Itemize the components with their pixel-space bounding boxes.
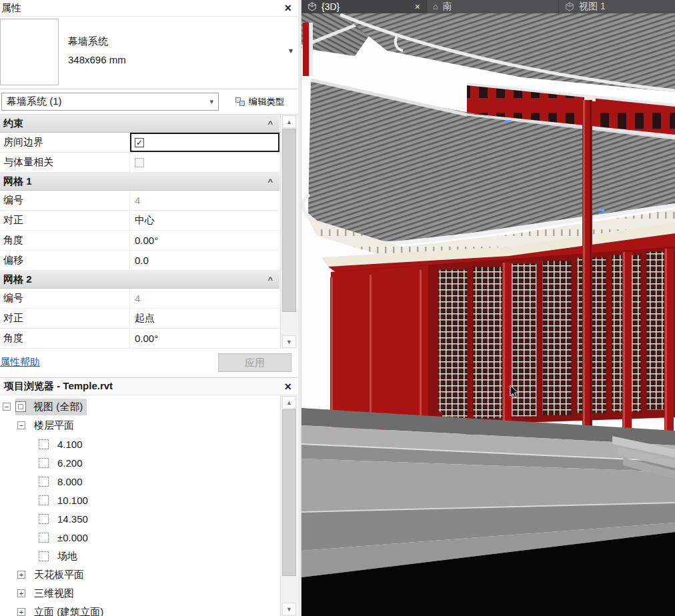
prop-value[interactable]: 0.00° [130,329,279,348]
prop-row-justify2[interactable]: 对正 起点 [0,309,279,329]
element-type-combobox[interactable]: 幕墙系统 (1) ▾ [1,93,219,111]
tree-label[interactable]: 楼层平面 [30,417,78,434]
group-label: 约束 [3,117,23,130]
prop-row-angle1[interactable]: 角度 0.00° [0,231,279,251]
prop-row-number1[interactable]: 编号 4 [0,191,279,211]
edit-type-button[interactable]: 编辑类型 [223,92,297,111]
property-grid: 约束 ^ 房间边界 ✓ 与体量相关 网格 1 ^ 编号 [0,115,279,349]
viewport-canvas[interactable] [301,13,675,616]
chevron-down-icon: ▾ [209,97,213,106]
prop-value-cell[interactable]: ✓ [130,133,279,152]
prop-row-offset1[interactable]: 偏移 0.0 [0,251,279,271]
scroll-up-icon[interactable]: ▲ [282,115,296,128]
collapse-minus-icon[interactable]: − [3,403,11,411]
lattice-windows [438,251,673,420]
tree-label[interactable]: 视图 (全部) [29,399,87,415]
tab-label: 视图 1 [579,1,606,13]
corner-wall [331,265,428,433]
tree-label[interactable]: 天花板平面 [30,567,88,583]
scrollbar-thumb[interactable] [282,409,296,576]
tree-item-floor-plans[interactable]: − 楼层平面 [0,416,298,435]
collapse-icon[interactable]: ^ [267,177,273,187]
tab-label: 南 [443,1,452,13]
expand-plus-icon[interactable]: + [17,571,25,579]
prop-row-room-bounding[interactable]: 房间边界 ✓ [0,133,279,153]
tree-item-level[interactable]: 10.100 [0,491,298,509]
checkbox-checked[interactable]: ✓ [135,138,144,147]
tree-label[interactable]: ±0.000 [53,530,92,545]
properties-footer: 属性帮助 应用 [0,349,298,378]
apply-button[interactable]: 应用 [218,353,291,372]
floor-plan-icon [39,495,49,505]
group-grid2[interactable]: 网格 2 ^ [0,271,279,289]
tree-item-3d-views[interactable]: + 三维视图 [0,584,298,603]
prop-value-cell[interactable] [130,153,279,172]
scroll-down-icon[interactable]: ▼ [282,603,296,615]
tree-item-ceiling-plans[interactable]: + 天花板平面 [0,565,298,584]
tab-south-elevation[interactable]: ⌂ 南 [427,0,559,13]
tab-label: {3D} [321,1,340,12]
project-browser-title: 项目浏览器 - Temple.rvt [4,380,113,393]
cube-icon [565,2,574,11]
collapse-icon[interactable]: ^ [267,275,273,285]
tree-label[interactable]: 14.350 [53,511,92,527]
revit-window: 属性 × 幕墙系统 348x696 mm ▾ 幕墙系统 (1) ▾ 编辑类型 约… [0,0,675,616]
chevron-down-icon[interactable]: ▾ [289,46,293,55]
floor-plan-icon [39,458,49,468]
prop-label: 与体量相关 [0,153,130,172]
tree-item-elevations[interactable]: + 立面 (建筑立面) [0,603,298,616]
tree-label[interactable]: 10.100 [53,493,92,508]
prop-label: 编号 [0,191,130,210]
prop-value[interactable]: 中心 [130,211,279,230]
scrollbar-thumb[interactable] [282,129,296,312]
tree-label[interactable]: 8.000 [53,474,87,489]
browser-scrollbar[interactable]: ▲ ▼ [280,395,297,616]
close-icon[interactable]: × [284,381,291,393]
prop-row-justify1[interactable]: 对正 中心 [0,211,279,231]
tree-item-level[interactable]: 8.000 [0,472,298,491]
properties-help-link[interactable]: 属性帮助 [0,356,40,369]
combo-value: 幕墙系统 (1) [7,95,62,108]
group-constraints[interactable]: 约束 ^ [0,115,279,133]
selector-row: 幕墙系统 (1) ▾ 编辑类型 [0,89,298,115]
expand-plus-icon[interactable]: + [17,608,25,616]
properties-scrollbar[interactable]: ▲ ▼ [280,115,297,349]
prop-row-mass-related[interactable]: 与体量相关 [0,153,279,173]
scroll-down-icon[interactable]: ▼ [282,335,296,348]
floor-plan-icon [39,533,49,543]
prop-value[interactable]: 0.00° [130,231,279,250]
tab-3d-view[interactable]: {3D} × [301,0,427,13]
group-grid1[interactable]: 网格 1 ^ [0,173,279,191]
properties-title: 属性 [1,2,21,15]
tree-item-level[interactable]: 6.200 [0,453,298,472]
collapse-minus-icon[interactable]: − [17,421,25,429]
snap-mark [506,120,511,122]
tree-item-level[interactable]: 14.350 [0,509,298,528]
tree-item-views-all[interactable]: − 视图 (全部) [0,397,298,416]
tree-item-level[interactable]: 4.100 [0,435,298,453]
floor-plan-icon [39,477,49,487]
tab-view-1[interactable]: 视图 1 [559,0,675,13]
prop-row-number2[interactable]: 编号 4 [0,289,279,309]
close-icon[interactable]: × [415,1,420,12]
tree-item-level[interactable]: 场地 [0,547,298,565]
tree-label[interactable]: 立面 (建筑立面) [30,604,107,616]
project-browser-tree: − 视图 (全部) − 楼层平面 4.100 6.200 8.000 [0,395,298,616]
prop-label: 角度 [0,329,130,348]
checkbox-unchecked[interactable] [135,158,144,167]
prop-label: 偏移 [0,251,130,270]
tree-label[interactable]: 场地 [53,548,81,565]
tree-label[interactable]: 4.100 [53,437,87,452]
prop-value[interactable]: 起点 [130,309,279,328]
close-icon[interactable]: × [284,2,291,14]
tree-label[interactable]: 三维视图 [30,585,78,602]
expand-plus-icon[interactable]: + [17,589,25,597]
prop-value[interactable]: 0.0 [130,251,279,270]
prop-label: 对正 [0,211,130,230]
prop-row-angle2[interactable]: 角度 0.00° [0,329,279,349]
tree-item-level[interactable]: ±0.000 [0,528,298,547]
scroll-up-icon[interactable]: ▲ [282,396,296,409]
tree-label[interactable]: 6.200 [53,455,87,471]
left-edge-column [303,23,313,76]
collapse-icon[interactable]: ^ [267,119,273,129]
